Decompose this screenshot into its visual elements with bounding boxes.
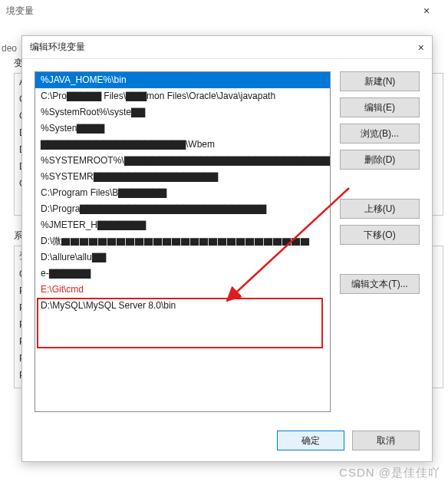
list-item[interactable]: %SystemRoot%\syste▇▇ <box>35 104 330 120</box>
browse-button[interactable]: 浏览(B)... <box>340 124 420 144</box>
parent-titlebar: 境变量 × <box>0 0 448 21</box>
list-item[interactable]: C:\Pro▇▇▇▇▇ Files\▇▇▇mon Files\Oracle\Ja… <box>35 88 330 104</box>
list-item[interactable]: %SYSTEMROOT%\▇▇▇▇▇▇▇▇▇▇▇▇▇▇▇▇▇▇▇▇▇▇▇▇▇▇▇… <box>35 153 330 169</box>
list-item[interactable]: %JMETER_H▇▇▇▇▇▇▇ <box>35 217 330 233</box>
list-item[interactable]: D:\MySQL\MySQL Server 8.0\bin <box>35 298 330 314</box>
edit-env-dialog: 编辑环境变量 × %JAVA_HOME%\bin C:\Pro▇▇▇▇▇ Fil… <box>21 35 433 462</box>
parent-title: 境变量 <box>6 5 411 18</box>
list-item[interactable]: %SYSTEMR▇▇▇▇▇▇▇▇▇▇▇▇▇▇▇▇▇▇ <box>35 169 330 185</box>
movedown-button[interactable]: 下移(O) <box>340 225 420 245</box>
edit-button[interactable]: 编辑(E) <box>340 97 420 117</box>
dialog-footer: 确定 取消 <box>22 420 432 461</box>
button-column: 新建(N) 编辑(E) 浏览(B)... 删除(D) 上移(U) 下移(O) 编… <box>340 71 420 412</box>
list-item[interactable]: %Systen▇▇▇▇ <box>35 120 330 137</box>
new-button[interactable]: 新建(N) <box>340 71 420 91</box>
list-item[interactable]: D:\微▇▇▇▇▇▇▇▇▇▇▇▇▇▇▇▇▇▇▇▇▇▇▇▇▇▇▇ <box>35 233 330 249</box>
edittext-button[interactable]: 编辑文本(T)... <box>340 274 420 294</box>
parent-left-label: deo <box>2 43 17 54</box>
close-icon[interactable]: × <box>401 41 424 54</box>
ok-button[interactable]: 确定 <box>277 431 344 450</box>
dialog-titlebar: 编辑环境变量 × <box>22 36 432 59</box>
list-item[interactable]: D:\Progra▇▇▇▇▇▇▇▇▇▇▇▇▇▇▇▇▇▇▇▇▇▇▇▇▇▇▇ <box>35 201 330 217</box>
list-item[interactable]: D:\allure\allu▇▇ <box>35 249 330 266</box>
list-item[interactable]: ▇▇▇▇▇▇▇▇▇▇▇▇▇▇▇▇▇▇▇▇▇\Wbem <box>35 137 330 153</box>
delete-button[interactable]: 删除(D) <box>340 150 420 170</box>
list-item[interactable]: %JAVA_HOME%\bin <box>35 72 330 88</box>
list-item[interactable]: e-▇▇▇▇▇▇ <box>35 266 330 282</box>
list-item[interactable]: E:\Git\cmd <box>35 282 330 298</box>
dialog-title: 编辑环境变量 <box>30 41 401 54</box>
path-list[interactable]: %JAVA_HOME%\bin C:\Pro▇▇▇▇▇ Files\▇▇▇mon… <box>35 71 331 412</box>
list-item[interactable]: C:\Program Files\B▇▇▇▇▇▇▇ <box>35 185 330 201</box>
parent-close-icon[interactable]: × <box>411 5 442 17</box>
cancel-button[interactable]: 取消 <box>352 431 420 450</box>
watermark: CSDN @是佳佳吖 <box>339 466 440 480</box>
moveup-button[interactable]: 上移(U) <box>340 199 420 219</box>
